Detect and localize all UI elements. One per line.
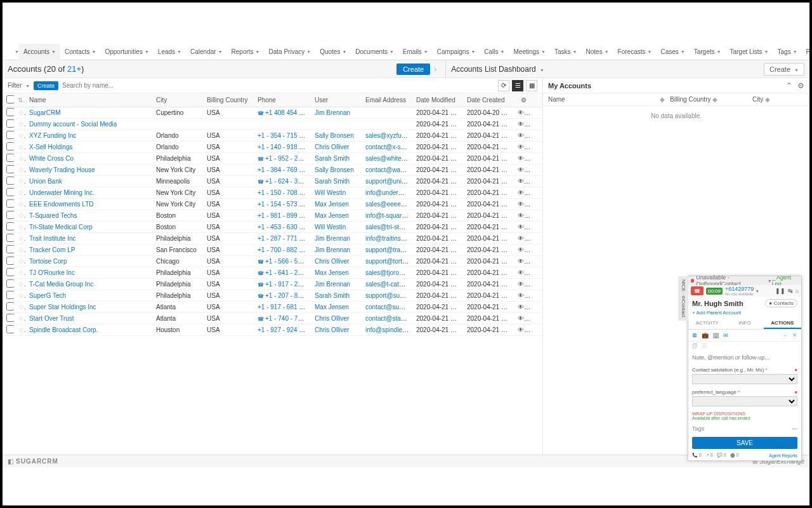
account-name-link[interactable]: SugarCRM — [29, 109, 60, 116]
user-link[interactable]: Sarah Smith — [315, 178, 350, 185]
hangup-button[interactable]: ☎ — [691, 286, 704, 295]
account-name-link[interactable]: Trait Institute Inc — [29, 235, 76, 242]
col-name[interactable]: Name — [25, 97, 152, 104]
phone-link[interactable]: +1 - 453 - 630 - 5247 — [258, 224, 311, 231]
nav-item-target-lists[interactable]: Target Lists▼ — [725, 44, 773, 60]
nav-item-documents[interactable]: Documents▼ — [351, 44, 398, 60]
dashlet-settings-icon[interactable]: ⚙ — [797, 81, 804, 90]
email-link[interactable]: support@tortoisecorp... — [365, 258, 412, 265]
column-settings-icon[interactable]: ⚙ — [514, 97, 533, 104]
user-link[interactable]: Jim Brennan — [315, 281, 350, 288]
phone-link[interactable]: ☎+1 - 641 - 216 - 3514 — [258, 269, 311, 276]
create-dashboard-button[interactable]: Create ▼ — [764, 63, 804, 76]
email-link[interactable]: sales@eeeendowmentslt... — [365, 201, 412, 208]
col-created[interactable]: Date Created — [463, 97, 514, 104]
preview-icon[interactable]: 👁 — [518, 189, 530, 196]
dashboard-title[interactable]: Accounts List Dashboard ▼ — [451, 65, 764, 74]
account-name-link[interactable]: Dummy account - Social Media — [29, 121, 117, 128]
nav-item-calls[interactable]: Calls▼ — [480, 44, 509, 60]
save-button[interactable]: SAVE — [692, 437, 797, 449]
nav-item-opportunities[interactable]: Opportunities▼ — [100, 44, 153, 60]
row-checkbox[interactable] — [6, 142, 14, 150]
account-name-link[interactable]: Underwater Mining Inc. — [29, 189, 95, 196]
phone-link[interactable]: +1 - 927 - 924 - 8614 — [258, 326, 311, 333]
email-link[interactable]: info@traitinstituteinc.c... — [365, 235, 412, 242]
home-icon[interactable]: ⌂ — [796, 288, 799, 294]
row-checkbox[interactable] — [6, 177, 14, 185]
mail-icon[interactable]: ✉ — [723, 332, 728, 338]
user-link[interactable]: Max Jensen — [315, 304, 349, 311]
email-link[interactable]: contact@superstarholdi... — [365, 304, 412, 311]
contacts-pill[interactable]: ● Contacts — [765, 299, 797, 307]
account-name-link[interactable]: Tortoise Corp — [29, 258, 67, 265]
phone-link[interactable]: ☎+1 - 740 - 700 - 4546 — [258, 315, 311, 322]
note-icon[interactable]: 🗎 — [692, 332, 698, 338]
create-filter-button[interactable]: Create — [34, 81, 58, 90]
account-name-link[interactable]: XYZ Funding Inc — [29, 132, 76, 139]
row-checkbox[interactable] — [6, 257, 14, 265]
email-link[interactable]: sales@t-catmediagroup... — [365, 281, 412, 288]
email-link[interactable]: contact@waverlytrading... — [365, 166, 412, 173]
preview-icon[interactable]: 👁 — [518, 281, 530, 288]
favorite-star-icon[interactable]: ☆ — [18, 257, 25, 265]
nav-item-cases[interactable]: Cases▼ — [656, 44, 689, 60]
account-name-link[interactable]: X-Sell Holdings — [29, 144, 72, 150]
preview-icon[interactable]: 👁 — [518, 258, 530, 265]
favorite-star-icon[interactable]: ☆ — [18, 246, 25, 253]
user-link[interactable]: Will Westin — [315, 224, 346, 231]
preview-icon[interactable]: 👁 — [518, 304, 530, 311]
close-icon[interactable]: ✕ — [792, 332, 797, 338]
case-icon[interactable]: 💼 — [702, 332, 709, 338]
row-checkbox[interactable] — [6, 131, 14, 139]
favorite-star-icon[interactable]: ☆ — [18, 223, 25, 231]
call-in-icon[interactable]: 📞 0 — [692, 453, 702, 458]
nav-item-emails[interactable]: Emails▼ — [398, 44, 433, 60]
col-email[interactable]: Email Address — [362, 97, 412, 104]
email-link[interactable]: sales@tri-statemedicalc... — [365, 224, 412, 231]
user-link[interactable]: Sally Bronsen — [315, 132, 354, 139]
row-checkbox[interactable] — [6, 291, 14, 299]
favorite-star-icon[interactable]: ☆ — [18, 120, 25, 128]
account-name-link[interactable]: Waverly Trading House — [29, 166, 95, 173]
create-account-button[interactable]: Create — [396, 64, 430, 75]
account-name-link[interactable]: Super Star Holdings Inc — [29, 304, 96, 311]
favorite-star-icon[interactable]: ☆ — [18, 303, 25, 311]
note-input[interactable] — [692, 354, 797, 361]
favorite-star-icon[interactable]: ☆ — [18, 131, 25, 139]
user-link[interactable]: Max Jensen — [315, 201, 349, 208]
favorite-star-icon[interactable]: ☆ — [18, 211, 25, 219]
account-name-link[interactable]: Tri-State Medical Corp — [29, 224, 93, 231]
nav-item-notes[interactable]: Notes▼ — [582, 44, 613, 60]
building-icon[interactable]: 🏢 — [712, 332, 719, 338]
preview-icon[interactable]: 👁 — [518, 166, 530, 173]
language-select[interactable] — [692, 396, 797, 406]
col-city[interactable]: City — [152, 97, 203, 104]
phone-link[interactable]: ☎+1 - 624 - 316 - 8893 — [258, 178, 311, 185]
email-link[interactable]: sales@whitecrossco.com — [365, 155, 412, 162]
favorite-star-icon[interactable]: ☆ — [18, 166, 25, 173]
grid-view-icon[interactable]: ▦ — [526, 80, 537, 91]
favorite-star-icon[interactable]: ☆ — [18, 291, 25, 299]
phone-link[interactable]: ☎+1 - 566 - 546 - 2274 — [258, 258, 311, 265]
list-icon[interactable]: ☰ — [702, 343, 707, 349]
tab-activity[interactable]: ACTIVITY — [688, 318, 726, 329]
nav-item-tasks[interactable]: Tasks▼ — [550, 44, 582, 60]
preview-icon[interactable]: 👁 — [518, 315, 530, 322]
row-checkbox[interactable] — [6, 188, 14, 196]
phone-link[interactable]: +1 - 384 - 769 - 5121 — [258, 166, 311, 173]
nav-item-campaigns[interactable]: Campaigns▼ — [433, 44, 480, 60]
preview-icon[interactable]: 👁 — [518, 235, 530, 242]
favorite-star-icon[interactable]: ☆ — [18, 326, 25, 333]
phone-link[interactable]: +1 - 354 - 715 - 6345 — [258, 132, 311, 139]
preview-icon[interactable]: 👁 — [518, 212, 530, 219]
salutation-select[interactable] — [692, 374, 797, 384]
phone-link[interactable]: +1 - 154 - 573 - 4320 — [258, 201, 311, 208]
refresh-icon[interactable]: ⟳ — [498, 80, 509, 91]
nav-item-tags[interactable]: Tags▼ — [773, 44, 802, 60]
row-checkbox[interactable] — [6, 222, 14, 231]
row-checkbox[interactable] — [6, 245, 14, 253]
filter-label[interactable]: Filter ▼ — [8, 82, 30, 89]
email-link[interactable]: info@underwatermin... — [365, 189, 412, 196]
account-name-link[interactable]: Union Bank — [29, 178, 62, 185]
row-checkbox[interactable] — [6, 199, 14, 208]
